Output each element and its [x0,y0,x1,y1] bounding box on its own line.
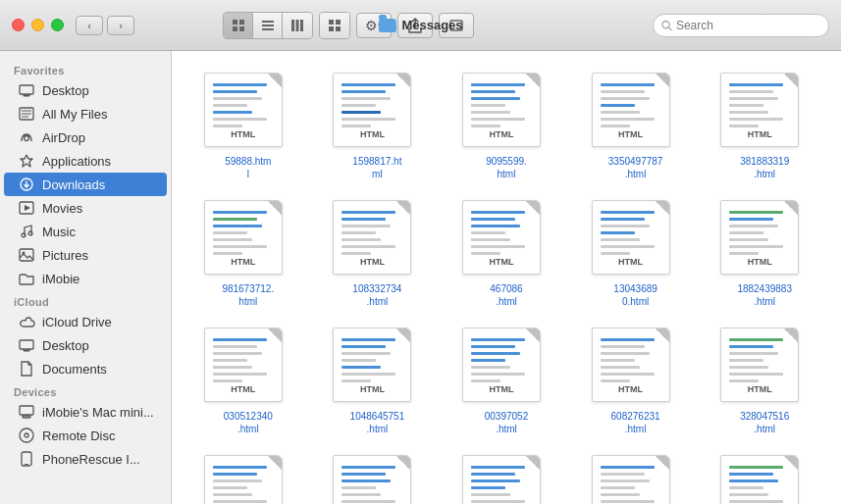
svg-rect-32 [20,340,33,349]
file-item[interactable]: HTML 981673712.html [187,194,309,314]
file-type-label: HTML [334,256,410,268]
sidebar-item-pictures[interactable]: Pictures [4,243,167,267]
search-input[interactable] [676,19,820,32]
file-item[interactable]: HTML [317,449,439,504]
sidebar-item-phonerescue[interactable]: PhoneRescue I... [4,447,167,471]
sidebar-label-pictures: Pictures [42,248,88,263]
file-thumbnail: HTML [462,328,551,406]
file-type-label: HTML [593,383,669,395]
file-item[interactable]: HTML [187,449,309,504]
file-name: 130436890.html [613,282,657,308]
sidebar-item-documents[interactable]: Documents [4,357,167,380]
file-item[interactable]: HTML 00397052.html [446,322,567,441]
sidebar-item-mac-mini[interactable]: iMobie's Mac mini... [4,400,167,424]
file-item[interactable]: HTML 608276231.html [575,322,697,441]
file-item[interactable]: HTML 108332734.html [317,194,439,314]
sidebar-item-movies[interactable]: Movies [4,196,167,220]
sidebar-item-icloud-desktop[interactable]: Desktop [4,333,167,357]
forward-button[interactable]: › [107,16,134,35]
html-content-lines [213,466,274,504]
file-item[interactable]: HTML 1048645751.html [317,322,439,441]
file-thumbnail: HTML [592,200,680,278]
file-thumbnail: HTML [204,200,292,278]
column-view-button[interactable] [283,13,312,38]
file-thumbnail: HTML [333,73,421,151]
file-item[interactable]: HTML 1882439883.html [704,194,825,314]
file-thumbnail: HTML [720,328,809,406]
remote-disc-icon [18,427,35,444]
icloud-drive-icon [18,313,35,330]
minimize-button[interactable] [31,19,44,31]
file-name: 00397052.html [485,410,529,435]
sidebar-label-documents: Documents [42,362,107,377]
file-name: 3350497787.html [608,155,663,180]
file-name: 608276231.html [611,410,660,435]
file-thumbnail: HTML [720,455,809,504]
icloud-desktop-icon [18,336,35,354]
file-page: HTML [333,73,411,147]
arrange-button[interactable] [320,13,349,38]
svg-rect-3 [239,26,244,31]
sidebar-section-icloud: iCloud [0,290,171,310]
file-page: HTML [204,328,283,402]
file-item[interactable]: HTML 9095599.html [446,67,567,186]
file-page: HTML [462,73,541,147]
sidebar-item-icloud-drive[interactable]: iCloud Drive [4,310,167,333]
list-view-button[interactable] [253,13,283,38]
file-item[interactable]: HTML 59888.html [187,67,309,186]
close-button[interactable] [12,19,25,31]
file-item[interactable]: HTML 030512340.html [187,322,309,441]
documents-icon [18,360,35,378]
file-name: 1048645751.html [350,410,405,435]
svg-point-29 [28,231,32,235]
file-type-label: HTML [721,256,798,268]
svg-rect-30 [20,249,33,261]
file-thumbnail: HTML [204,73,292,151]
svg-rect-36 [23,416,30,418]
sidebar-item-desktop[interactable]: Desktop [4,78,167,102]
svg-rect-12 [329,26,334,31]
sidebar-item-applications[interactable]: Applications [4,149,167,173]
file-item[interactable]: HTML [446,449,567,504]
html-content-lines [471,83,532,131]
file-grid: HTML 59888.html HTML 1598817.html HTML [187,67,825,504]
file-item[interactable]: HTML 328047516.html [704,322,825,441]
sidebar-item-remote-disc[interactable]: Remote Disc [4,424,167,447]
sidebar-item-airdrop[interactable]: AirDrop [4,126,167,149]
icon-view-button[interactable] [224,13,253,38]
file-item[interactable]: HTML 3350497787.html [575,67,697,186]
search-box[interactable] [653,14,829,37]
sidebar-item-music[interactable]: Music [4,220,167,243]
svg-rect-7 [291,20,294,31]
sidebar-label-imobie: iMobie [42,272,79,286]
sidebar-item-all-my-files[interactable]: All My Files [4,102,167,126]
file-page: HTML [462,328,541,402]
file-page: HTML [592,200,670,275]
phonerescue-icon [18,450,35,468]
file-area[interactable]: HTML 59888.html HTML 1598817.html HTML [172,51,841,504]
file-thumbnail: HTML [462,73,551,151]
file-thumbnail: HTML [462,455,551,504]
svg-point-28 [22,233,26,237]
html-content-lines [601,83,661,131]
sidebar-item-imobie[interactable]: iMobie [4,267,167,290]
maximize-button[interactable] [51,19,64,31]
sidebar-label-movies: Movies [42,201,82,216]
file-item[interactable]: HTML 467086.html [446,194,567,314]
back-button[interactable]: ‹ [76,16,103,35]
file-item[interactable]: HTML 130436890.html [575,194,697,314]
imobie-icon [18,270,35,287]
sidebar-label-icloud-drive: iCloud Drive [42,315,112,329]
svg-point-38 [25,433,28,437]
html-content-lines [471,338,532,386]
file-item[interactable]: HTML 1598817.html [317,67,439,186]
html-content-lines [342,338,402,386]
sidebar-item-downloads[interactable]: Downloads [4,173,167,196]
folder-icon [378,19,395,32]
file-item[interactable]: HTML [575,449,697,504]
file-thumbnail: HTML [592,455,680,504]
file-item[interactable]: HTML [704,449,825,504]
file-item[interactable]: HTML 381883319.html [704,67,825,186]
file-page: HTML [720,328,799,402]
svg-rect-5 [262,25,274,26]
